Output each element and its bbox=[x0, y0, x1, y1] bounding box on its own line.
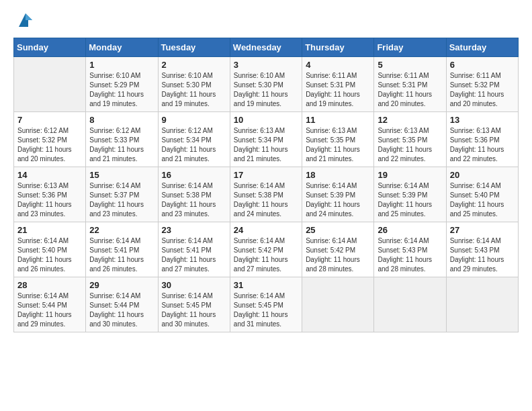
calendar-cell: 21Sunrise: 6:14 AM Sunset: 5:40 PM Dayli… bbox=[14, 222, 86, 277]
calendar-cell: 25Sunrise: 6:14 AM Sunset: 5:42 PM Dayli… bbox=[302, 222, 374, 277]
day-info: Sunrise: 6:14 AM Sunset: 5:43 PM Dayligh… bbox=[450, 236, 515, 274]
day-info: Sunrise: 6:12 AM Sunset: 5:32 PM Dayligh… bbox=[17, 126, 82, 164]
day-info: Sunrise: 6:11 AM Sunset: 5:31 PM Dayligh… bbox=[306, 71, 370, 109]
day-number: 8 bbox=[89, 115, 154, 125]
logo bbox=[13, 11, 35, 30]
day-info: Sunrise: 6:12 AM Sunset: 5:34 PM Dayligh… bbox=[162, 126, 226, 164]
calendar-cell: 3Sunrise: 6:10 AM Sunset: 5:30 PM Daylig… bbox=[230, 57, 302, 112]
calendar-cell bbox=[302, 277, 374, 332]
day-number: 25 bbox=[306, 225, 370, 235]
calendar-cell: 11Sunrise: 6:13 AM Sunset: 5:35 PM Dayli… bbox=[302, 112, 374, 167]
calendar-cell: 26Sunrise: 6:14 AM Sunset: 5:43 PM Dayli… bbox=[374, 222, 446, 277]
calendar-cell: 24Sunrise: 6:14 AM Sunset: 5:42 PM Dayli… bbox=[230, 222, 302, 277]
day-number: 1 bbox=[89, 60, 154, 70]
day-info: Sunrise: 6:13 AM Sunset: 5:35 PM Dayligh… bbox=[306, 126, 370, 164]
day-number: 17 bbox=[234, 170, 298, 180]
day-info: Sunrise: 6:14 AM Sunset: 5:45 PM Dayligh… bbox=[162, 291, 226, 329]
day-info: Sunrise: 6:14 AM Sunset: 5:38 PM Dayligh… bbox=[162, 181, 226, 219]
calendar-cell: 20Sunrise: 6:14 AM Sunset: 5:40 PM Dayli… bbox=[446, 167, 518, 222]
day-number: 27 bbox=[450, 225, 515, 235]
page: SundayMondayTuesdayWednesdayThursdayFrid… bbox=[0, 0, 532, 411]
day-info: Sunrise: 6:13 AM Sunset: 5:35 PM Dayligh… bbox=[378, 126, 442, 164]
calendar-cell: 5Sunrise: 6:11 AM Sunset: 5:31 PM Daylig… bbox=[374, 57, 446, 112]
calendar-cell: 27Sunrise: 6:14 AM Sunset: 5:43 PM Dayli… bbox=[446, 222, 518, 277]
day-info: Sunrise: 6:10 AM Sunset: 5:30 PM Dayligh… bbox=[162, 71, 226, 109]
logo-icon bbox=[16, 11, 35, 30]
day-info: Sunrise: 6:11 AM Sunset: 5:31 PM Dayligh… bbox=[378, 71, 442, 109]
calendar-cell: 30Sunrise: 6:14 AM Sunset: 5:45 PM Dayli… bbox=[158, 277, 230, 332]
header bbox=[13, 11, 519, 30]
header-day: Thursday bbox=[302, 38, 374, 57]
calendar-week-row: 7Sunrise: 6:12 AM Sunset: 5:32 PM Daylig… bbox=[14, 112, 519, 167]
day-info: Sunrise: 6:14 AM Sunset: 5:41 PM Dayligh… bbox=[89, 236, 154, 274]
calendar-cell: 19Sunrise: 6:14 AM Sunset: 5:39 PM Dayli… bbox=[374, 167, 446, 222]
header-day: Monday bbox=[86, 38, 158, 57]
day-number: 3 bbox=[234, 60, 298, 70]
day-info: Sunrise: 6:13 AM Sunset: 5:34 PM Dayligh… bbox=[234, 126, 298, 164]
day-number: 9 bbox=[162, 115, 226, 125]
calendar-cell: 29Sunrise: 6:14 AM Sunset: 5:44 PM Dayli… bbox=[86, 277, 158, 332]
day-info: Sunrise: 6:14 AM Sunset: 5:39 PM Dayligh… bbox=[306, 181, 370, 219]
day-number: 13 bbox=[450, 115, 515, 125]
day-number: 31 bbox=[234, 280, 298, 290]
calendar-week-row: 28Sunrise: 6:14 AM Sunset: 5:44 PM Dayli… bbox=[14, 277, 519, 332]
calendar-week-row: 14Sunrise: 6:13 AM Sunset: 5:36 PM Dayli… bbox=[14, 167, 519, 222]
day-info: Sunrise: 6:14 AM Sunset: 5:38 PM Dayligh… bbox=[234, 181, 298, 219]
day-number: 23 bbox=[162, 225, 226, 235]
day-info: Sunrise: 6:14 AM Sunset: 5:42 PM Dayligh… bbox=[306, 236, 370, 274]
day-number: 2 bbox=[162, 60, 226, 70]
calendar-cell: 28Sunrise: 6:14 AM Sunset: 5:44 PM Dayli… bbox=[14, 277, 86, 332]
svg-marker-1 bbox=[26, 13, 32, 20]
day-info: Sunrise: 6:14 AM Sunset: 5:40 PM Dayligh… bbox=[17, 236, 82, 274]
calendar-header-row: SundayMondayTuesdayWednesdayThursdayFrid… bbox=[14, 38, 519, 57]
header-day: Saturday bbox=[446, 38, 518, 57]
day-number: 26 bbox=[378, 225, 442, 235]
calendar-cell: 4Sunrise: 6:11 AM Sunset: 5:31 PM Daylig… bbox=[302, 57, 374, 112]
calendar-cell bbox=[14, 57, 86, 112]
header-day: Sunday bbox=[14, 38, 86, 57]
day-info: Sunrise: 6:14 AM Sunset: 5:37 PM Dayligh… bbox=[89, 181, 154, 219]
calendar-cell: 23Sunrise: 6:14 AM Sunset: 5:41 PM Dayli… bbox=[158, 222, 230, 277]
day-number: 19 bbox=[378, 170, 442, 180]
day-number: 18 bbox=[306, 170, 370, 180]
calendar-cell: 16Sunrise: 6:14 AM Sunset: 5:38 PM Dayli… bbox=[158, 167, 230, 222]
calendar-table: SundayMondayTuesdayWednesdayThursdayFrid… bbox=[13, 38, 519, 332]
day-number: 30 bbox=[162, 280, 226, 290]
calendar-cell: 15Sunrise: 6:14 AM Sunset: 5:37 PM Dayli… bbox=[86, 167, 158, 222]
day-info: Sunrise: 6:14 AM Sunset: 5:45 PM Dayligh… bbox=[234, 291, 298, 329]
day-info: Sunrise: 6:14 AM Sunset: 5:40 PM Dayligh… bbox=[450, 181, 515, 219]
header-day: Wednesday bbox=[230, 38, 302, 57]
day-info: Sunrise: 6:10 AM Sunset: 5:29 PM Dayligh… bbox=[89, 71, 154, 109]
day-number: 16 bbox=[162, 170, 226, 180]
day-info: Sunrise: 6:14 AM Sunset: 5:42 PM Dayligh… bbox=[234, 236, 298, 274]
calendar-cell: 13Sunrise: 6:13 AM Sunset: 5:36 PM Dayli… bbox=[446, 112, 518, 167]
day-number: 21 bbox=[17, 225, 82, 235]
day-number: 24 bbox=[234, 225, 298, 235]
day-info: Sunrise: 6:13 AM Sunset: 5:36 PM Dayligh… bbox=[17, 181, 82, 219]
day-info: Sunrise: 6:13 AM Sunset: 5:36 PM Dayligh… bbox=[450, 126, 515, 164]
day-number: 12 bbox=[378, 115, 442, 125]
calendar-week-row: 21Sunrise: 6:14 AM Sunset: 5:40 PM Dayli… bbox=[14, 222, 519, 277]
day-number: 20 bbox=[450, 170, 515, 180]
calendar-cell: 12Sunrise: 6:13 AM Sunset: 5:35 PM Dayli… bbox=[374, 112, 446, 167]
day-number: 29 bbox=[89, 280, 154, 290]
day-number: 6 bbox=[450, 60, 515, 70]
calendar-cell: 9Sunrise: 6:12 AM Sunset: 5:34 PM Daylig… bbox=[158, 112, 230, 167]
calendar-cell: 31Sunrise: 6:14 AM Sunset: 5:45 PM Dayli… bbox=[230, 277, 302, 332]
calendar-cell: 7Sunrise: 6:12 AM Sunset: 5:32 PM Daylig… bbox=[14, 112, 86, 167]
day-info: Sunrise: 6:14 AM Sunset: 5:41 PM Dayligh… bbox=[162, 236, 226, 274]
day-info: Sunrise: 6:14 AM Sunset: 5:44 PM Dayligh… bbox=[89, 291, 154, 329]
calendar-cell: 17Sunrise: 6:14 AM Sunset: 5:38 PM Dayli… bbox=[230, 167, 302, 222]
day-info: Sunrise: 6:12 AM Sunset: 5:33 PM Dayligh… bbox=[89, 126, 154, 164]
calendar-cell: 8Sunrise: 6:12 AM Sunset: 5:33 PM Daylig… bbox=[86, 112, 158, 167]
day-number: 11 bbox=[306, 115, 370, 125]
day-number: 15 bbox=[89, 170, 154, 180]
day-info: Sunrise: 6:14 AM Sunset: 5:43 PM Dayligh… bbox=[378, 236, 442, 274]
day-info: Sunrise: 6:14 AM Sunset: 5:44 PM Dayligh… bbox=[17, 291, 82, 329]
day-number: 10 bbox=[234, 115, 298, 125]
day-info: Sunrise: 6:10 AM Sunset: 5:30 PM Dayligh… bbox=[234, 71, 298, 109]
calendar-cell: 22Sunrise: 6:14 AM Sunset: 5:41 PM Dayli… bbox=[86, 222, 158, 277]
calendar-cell bbox=[446, 277, 518, 332]
day-number: 22 bbox=[89, 225, 154, 235]
day-number: 4 bbox=[306, 60, 370, 70]
